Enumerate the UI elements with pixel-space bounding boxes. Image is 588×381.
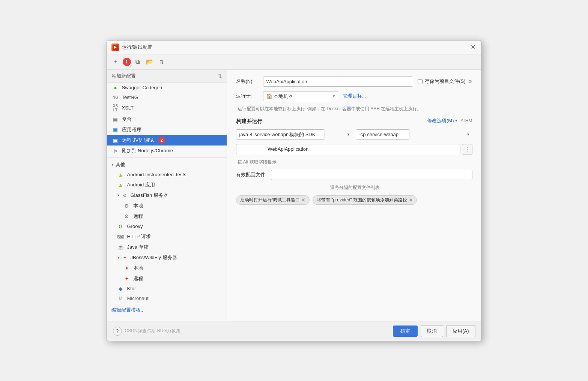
sidebar-item-jboss-remote[interactable]: ✦ 远程 bbox=[107, 273, 227, 284]
cp-select[interactable]: -cp service-webapi bbox=[356, 129, 409, 140]
sidebar-label-jboss-local: 本地 bbox=[133, 265, 143, 272]
confirm-button[interactable]: 确定 bbox=[393, 326, 418, 337]
sidebar-item-groovy[interactable]: G Groovy bbox=[107, 222, 227, 231]
jboss-group-icon: ✦ bbox=[122, 255, 128, 260]
sidebar-item-testng[interactable]: NG TestNG bbox=[107, 93, 227, 102]
micronaut-icon: M bbox=[117, 296, 124, 300]
browse-button[interactable]: ⋮ bbox=[462, 144, 472, 154]
apply-button[interactable]: 应用(A) bbox=[446, 325, 475, 337]
sidebar-item-swagger[interactable]: ● Swagger Codegen bbox=[107, 83, 227, 93]
sidebar-item-android-app[interactable]: ▲ Android 应用 bbox=[107, 180, 227, 190]
swagger-icon: ● bbox=[112, 85, 119, 91]
nodejs-icon: js bbox=[112, 148, 119, 153]
groovy-icon: G bbox=[117, 224, 124, 230]
sidebar-label-composite: 复合 bbox=[122, 116, 132, 123]
config-file-label: 有效配置文件: bbox=[236, 171, 267, 178]
modify-shortcut: Alt+M bbox=[459, 118, 472, 123]
sidebar-header: 添加新配置 ⇅ bbox=[107, 70, 227, 83]
modify-options-link[interactable]: 修改选项(M) bbox=[427, 117, 454, 124]
glassfish-local-icon: ⚙ bbox=[123, 203, 130, 209]
sidebar-item-application[interactable]: ▣ 应用程序 bbox=[107, 124, 227, 135]
sidebar-label-http: HTTP 请求 bbox=[127, 233, 151, 240]
sidebar-group-glassfish[interactable]: ▾ ⚙ GlassFish 服务器 bbox=[107, 190, 227, 201]
tag-1-label: 启动时打开运行/调试工具窗口 bbox=[240, 197, 300, 203]
sidebar-item-jboss-local[interactable]: ✦ 本地 bbox=[107, 263, 227, 273]
sidebar-header-label: 添加新配置 bbox=[111, 73, 136, 80]
java-sdk-select[interactable]: java 8 'service-webapi' 模块的 SDK bbox=[236, 129, 325, 140]
sidebar: 添加新配置 ⇅ ● Swagger Codegen NG TestNG XSLT… bbox=[107, 70, 227, 321]
sidebar-item-composite[interactable]: ▣ 复合 bbox=[107, 114, 227, 124]
tag-1-close[interactable]: ✕ bbox=[301, 198, 305, 202]
sidebar-label-testng: TestNG bbox=[122, 94, 138, 100]
badge-number: 1 bbox=[123, 58, 131, 66]
title-bar-left: 运行/调试配置 bbox=[111, 44, 153, 51]
help-button[interactable]: ? bbox=[113, 327, 122, 336]
sidebar-item-glassfish-local[interactable]: ⚙ 本地 bbox=[107, 201, 227, 211]
bottom-left: ? CSDN@查尔斯-BUG万象集 bbox=[113, 327, 180, 336]
cp-select-wrapper: -cp service-webapi bbox=[356, 129, 472, 140]
sidebar-item-xslt[interactable]: XSLT XSLT bbox=[107, 102, 227, 114]
run-debug-config-dialog: 运行/调试配置 ✕ + 1 ⧉ 📂 ⇅ 添加新配置 ⇅ ● S bbox=[107, 40, 482, 341]
edit-templates-link[interactable]: 编辑配置模板... bbox=[111, 307, 145, 313]
active-badge: 2 bbox=[158, 137, 165, 144]
run-hint: 运行配置可以在本地或目标上执行: 例如，在 Docker 容器中或使用 SSH … bbox=[236, 106, 472, 112]
sidebar-label-other: 其他 bbox=[116, 161, 125, 168]
glassfish-remote-icon: ⚙ bbox=[123, 213, 130, 219]
sidebar-label-xslt: XSLT bbox=[122, 105, 134, 111]
toolbar: + 1 ⧉ 📂 ⇅ bbox=[107, 54, 481, 70]
folder-icon: 📂 bbox=[146, 58, 153, 65]
sidebar-item-ktor[interactable]: ◆ Ktor bbox=[107, 284, 227, 294]
sidebar-item-java-scratch[interactable]: ☕ Java 草稿 bbox=[107, 242, 227, 252]
store-checkbox[interactable] bbox=[418, 79, 423, 84]
watermark: CSDN@查尔斯-BUG万象集 bbox=[125, 328, 180, 334]
sidebar-item-glassfish-remote[interactable]: ⚙ 远程 bbox=[107, 211, 227, 222]
glassfish-group-icon: ⚙ bbox=[122, 193, 128, 198]
sort-icon: ⇅ bbox=[159, 59, 164, 65]
sidebar-group-other[interactable]: ▾ 其他 bbox=[107, 159, 227, 170]
main-class-row: ⋮ bbox=[236, 144, 472, 154]
run-on-row: 运行于: 🏠 本地机器 管理目标... bbox=[236, 91, 472, 101]
plus-icon: + bbox=[114, 58, 117, 65]
close-button[interactable]: ✕ bbox=[469, 44, 477, 51]
sidebar-label-jboss: JBoss/WildFly 服务器 bbox=[131, 254, 177, 261]
browse-icon: ⋮ bbox=[465, 146, 470, 152]
config-file-input[interactable] bbox=[271, 170, 472, 180]
sidebar-label-android-instrumented: Android Instrumented Tests bbox=[127, 172, 186, 177]
android-app-icon: ▲ bbox=[117, 182, 124, 188]
cancel-button[interactable]: 取消 bbox=[421, 325, 443, 337]
testng-icon: NG bbox=[112, 95, 119, 99]
config-file-hint: 逗号分隔的配置文件列表 bbox=[236, 184, 472, 191]
folder-button[interactable]: 📂 bbox=[144, 57, 155, 67]
run-on-select[interactable]: 🏠 本地机器 bbox=[263, 91, 338, 101]
settings-icon[interactable]: ⚙ bbox=[468, 79, 472, 84]
sidebar-item-nodejs[interactable]: js 附加到 Node.js/Chrome bbox=[107, 146, 227, 156]
right-panel: 名称(N): 存储为项目文件(S) ⚙ 运行于: 🏠 本地机器 管理目标... bbox=[227, 70, 481, 321]
tag-2-close[interactable]: ✕ bbox=[409, 198, 413, 202]
copy-button[interactable]: ⧉ bbox=[132, 57, 143, 67]
sidebar-item-http[interactable]: API HTTP 请求 bbox=[107, 231, 227, 242]
tag-2-label: 将带有 "provided" 范围的依赖项添加到类路径 bbox=[317, 197, 407, 203]
store-label: 存储为项目文件(S) bbox=[425, 78, 465, 85]
sidebar-item-remote-jvm[interactable]: ▣ 远程 JVM 调试 2 bbox=[107, 135, 227, 146]
sidebar-label-glassfish: GlassFish 服务器 bbox=[131, 192, 168, 199]
sidebar-group-jboss[interactable]: ▾ ✦ JBoss/WildFly 服务器 bbox=[107, 252, 227, 263]
name-input[interactable] bbox=[263, 76, 414, 87]
main-class-input[interactable] bbox=[236, 144, 460, 154]
sort-button[interactable]: ⇅ bbox=[156, 57, 167, 67]
sidebar-item-android-instrumented[interactable]: ▲ Android Instrumented Tests bbox=[107, 170, 227, 180]
sidebar-label-remote-jvm: 远程 JVM 调试 bbox=[122, 137, 154, 144]
manage-targets-link[interactable]: 管理目标... bbox=[343, 93, 366, 99]
sidebar-item-micronaut[interactable]: M Micronaut bbox=[107, 294, 227, 303]
title-bar: 运行/调试配置 ✕ bbox=[107, 40, 481, 54]
sidebar-label-groovy: Groovy bbox=[127, 224, 143, 229]
modify-options-area: 修改选项(M) ▾ Alt+M bbox=[427, 117, 472, 124]
chevron-jboss: ▾ bbox=[117, 255, 119, 260]
sidebar-label-glassfish-remote: 远程 bbox=[133, 213, 143, 220]
modify-chevron-icon: ▾ bbox=[455, 118, 457, 123]
sidebar-label-android-app: Android 应用 bbox=[127, 182, 155, 188]
name-label: 名称(N): bbox=[236, 78, 259, 85]
add-button[interactable]: + bbox=[111, 57, 121, 67]
app-icon bbox=[111, 44, 119, 51]
ktor-icon: ◆ bbox=[117, 286, 124, 292]
jboss-remote-icon: ✦ bbox=[123, 276, 130, 282]
